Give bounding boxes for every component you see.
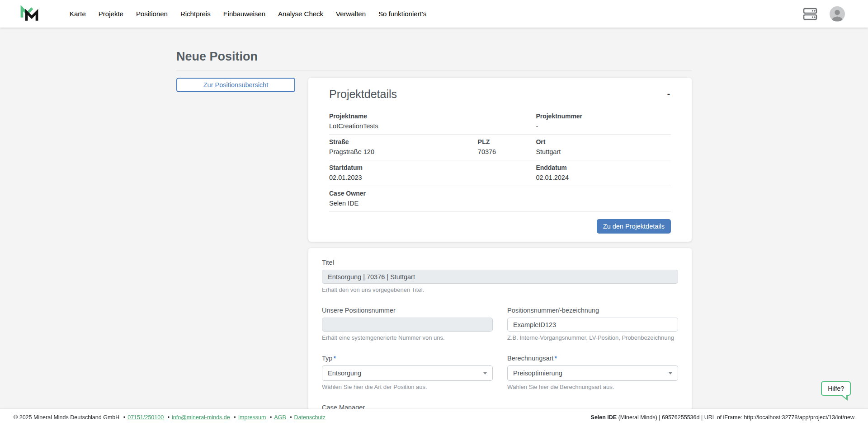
phone-link[interactable]: 07151/250100 — [127, 414, 164, 421]
our-position-number-group: Unsere Positionsnummer Erhält eine syste… — [322, 307, 493, 341]
case-manager-label: Case Manager — [322, 404, 493, 409]
page-footer: © 2025 Mineral Minds Deutschland GmbH •0… — [0, 409, 868, 426]
strasse-value: Pragstraße 120 — [329, 148, 473, 155]
logo-svg — [20, 4, 39, 24]
copyright-text: © 2025 Mineral Minds Deutschland GmbH — [14, 414, 119, 421]
enddatum-value: 02.01.2024 — [536, 174, 666, 181]
plz-label: PLZ — [478, 138, 532, 145]
titel-label: Titel — [322, 259, 678, 266]
project-row-name-number: Projektname LotCreationTests Projektnumm… — [329, 109, 671, 135]
project-details-card: Projektdetails - Projektname LotCreation… — [308, 78, 692, 242]
our-position-number-help: Erhält eine systemgenerierte Nummer von … — [322, 334, 493, 341]
berechnungsart-label: Berechnungsart* — [507, 355, 678, 362]
main-navigation: Karte Projekte Positionen Richtpreis Ein… — [63, 5, 433, 22]
ort-value: Stuttgart — [536, 148, 666, 155]
impressum-link[interactable]: Impressum — [238, 414, 266, 421]
title-divider — [176, 70, 692, 70]
chevron-down-icon — [483, 372, 487, 375]
nav-item-analyse-check[interactable]: Analyse Check — [272, 5, 330, 22]
typ-select-value: Entsorgung — [328, 370, 361, 377]
projektnummer-label: Projektnummer — [536, 112, 666, 120]
email-link[interactable]: info@mineral-minds.de — [172, 414, 230, 421]
typ-label: Typ* — [322, 355, 493, 362]
typ-required-asterisk: * — [333, 355, 336, 362]
berechnungsart-required-asterisk: * — [554, 355, 557, 362]
project-row-dates: Startdatum 02.01.2023 Enddatum 02.01.202… — [329, 160, 671, 186]
nav-item-so-funktionierts[interactable]: So funktioniert's — [372, 5, 433, 22]
position-id-group: Positionsnummer/-bezeichnung Z.B. Intern… — [507, 307, 678, 341]
session-details: (Mineral Minds) | 69576255536d | URL of … — [617, 414, 854, 421]
user-avatar-icon[interactable] — [829, 6, 845, 22]
typ-help: Wählen Sie hier die Art der Position aus… — [322, 384, 493, 390]
position-id-input[interactable] — [507, 318, 678, 332]
footer-left: © 2025 Mineral Minds Deutschland GmbH •0… — [14, 414, 326, 421]
top-navbar: Karte Projekte Positionen Richtpreis Ein… — [0, 0, 868, 28]
nav-item-einbauweisen[interactable]: Einbauweisen — [217, 5, 272, 22]
startdatum-value: 02.01.2023 — [329, 174, 531, 181]
typ-group: Typ* Entsorgung Wählen Sie hier die Art … — [322, 355, 493, 390]
nav-item-positionen[interactable]: Positionen — [130, 5, 174, 22]
berechnungsart-select[interactable]: Preisoptimierung — [507, 365, 678, 381]
collapse-card-icon[interactable]: - — [666, 88, 671, 100]
session-user: Selen IDE — [591, 414, 617, 421]
titel-input — [322, 270, 678, 284]
berechnungsart-help: Wählen Sie hier die Berechnungsart aus. — [507, 384, 678, 390]
plz-value: 70376 — [478, 148, 532, 155]
startdatum-label: Startdatum — [329, 164, 531, 171]
project-row-address: Straße Pragstraße 120 PLZ 70376 Ort Stut… — [329, 135, 671, 160]
new-position-form-card: Titel Erhält den von uns vorgegebenen Ti… — [308, 248, 692, 409]
nav-item-richtpreis[interactable]: Richtpreis — [174, 5, 217, 22]
our-position-number-input — [322, 318, 493, 332]
page-title: Neue Position — [176, 50, 692, 64]
position-id-help: Z.B. Interne-Vorgangsnummer, LV-Position… — [507, 334, 678, 341]
navbar-right — [803, 6, 845, 22]
strasse-label: Straße — [329, 138, 473, 145]
projektnummer-value: - — [536, 122, 666, 130]
datenschutz-link[interactable]: Datenschutz — [294, 414, 326, 421]
go-to-project-details-button[interactable]: Zu den Projektdetails — [597, 219, 671, 234]
nav-item-karte[interactable]: Karte — [63, 5, 92, 22]
chevron-down-icon — [669, 372, 672, 375]
agb-link[interactable]: AGB — [274, 414, 286, 421]
help-button[interactable]: Hilfe? — [821, 381, 851, 396]
titel-group: Titel Erhält den von uns vorgegebenen Ti… — [322, 259, 678, 293]
nav-item-projekte[interactable]: Projekte — [92, 5, 130, 22]
session-info: Selen IDE (Mineral Minds) | 69576255536d… — [591, 414, 854, 421]
titel-help: Erhält den von uns vorgegebenen Titel. — [322, 286, 678, 293]
ort-label: Ort — [536, 138, 666, 145]
case-manager-group: Case Manager — [322, 404, 493, 409]
enddatum-label: Enddatum — [536, 164, 666, 171]
berechnungsart-select-value: Preisoptimierung — [513, 370, 562, 377]
projektname-value: LotCreationTests — [329, 122, 531, 130]
typ-select[interactable]: Entsorgung — [322, 365, 493, 381]
projektname-label: Projektname — [329, 112, 531, 120]
case-owner-label: Case Owner — [329, 190, 666, 197]
mineral-minds-logo-icon[interactable] — [20, 4, 39, 24]
our-position-number-label: Unsere Positionsnummer — [322, 307, 493, 314]
server-icon[interactable] — [803, 8, 817, 20]
case-owner-value: Selen IDE — [329, 200, 666, 207]
project-card-title: Projektdetails — [329, 88, 397, 101]
berechnungsart-group: Berechnungsart* Preisoptimierung Wählen … — [507, 355, 678, 390]
project-row-owner: Case Owner Selen IDE — [329, 186, 671, 212]
main-content: Neue Position Zur Positionsübersicht Pro… — [0, 28, 868, 409]
position-id-label: Positionsnummer/-bezeichnung — [507, 307, 678, 314]
position-overview-button[interactable]: Zur Positionsübersicht — [176, 78, 295, 92]
nav-item-verwalten[interactable]: Verwalten — [330, 5, 372, 22]
